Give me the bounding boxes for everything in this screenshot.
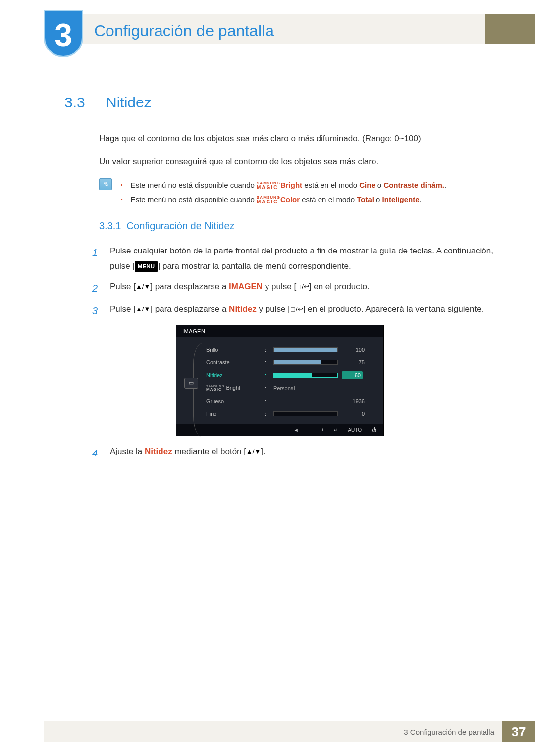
osd-row-label: SAMSUNGMAGIC Bright: [206, 385, 261, 392]
intro-text-1: Haga que el contorno de los objetos sea …: [99, 132, 495, 145]
step-number: 2: [92, 279, 102, 297]
step-number: 3: [92, 302, 102, 320]
osd-row-label: Nitidez: [206, 372, 261, 378]
osd-value: 100: [342, 347, 365, 353]
chapter-badge: 3: [44, 10, 83, 57]
step-number: 4: [92, 444, 102, 462]
osd-row-label: Fino: [206, 411, 261, 417]
select-enter-icon: ◻/↩: [290, 303, 303, 315]
osd-title: IMAGEN: [176, 325, 383, 337]
menu-button-icon: MENU: [135, 261, 158, 273]
osd-row-label: Contraste: [206, 359, 261, 365]
osd-row: Contraste:75: [206, 356, 379, 369]
osd-row: Fino:0: [206, 407, 379, 420]
up-down-arrows-icon: ▲/▼: [246, 446, 261, 457]
step-item: 2 Pulse [▲/▼] para desplazarse a IMAGEN …: [92, 279, 495, 297]
osd-value: 60: [342, 371, 363, 379]
osd-colon: :: [265, 385, 269, 391]
up-down-arrows-icon: ▲/▼: [136, 281, 150, 292]
osd-colon: :: [265, 347, 269, 353]
step-list-cont: 4 Ajuste la Nitidez mediante el botón [▲…: [92, 444, 495, 462]
note-icon: ✎: [99, 178, 112, 190]
step-number: 1: [92, 244, 102, 274]
osd-power-icon: ⏻: [372, 427, 376, 433]
section-heading: 3.3 Nitidez: [64, 94, 495, 111]
page-content: 3.3 Nitidez Haga que el contorno de los …: [64, 94, 495, 467]
osd-colon: :: [265, 411, 269, 417]
osd-picture-tab-icon: ▭: [184, 378, 198, 389]
note-box: ✎ Este menú no está disponible cuando SA…: [99, 178, 495, 206]
osd-side-tabs: ▭: [180, 343, 202, 420]
osd-value: Personal: [273, 385, 361, 391]
note-list: Este menú no está disponible cuando SAMS…: [121, 178, 446, 206]
osd-slider-bar: [273, 360, 338, 365]
osd-row-label: Grueso: [206, 398, 261, 404]
osd-colon: :: [265, 398, 269, 404]
note-item: Este menú no está disponible cuando SAMS…: [121, 178, 446, 193]
osd-back-icon: ◄: [294, 427, 299, 433]
select-enter-icon: ◻/↩: [296, 281, 309, 292]
page-number: 37: [502, 721, 535, 742]
osd-slider-bar: [273, 411, 338, 416]
osd-row: Nitidez:60: [206, 369, 379, 382]
step-item: 3 Pulse [▲/▼] para desplazarse a Nitidez…: [92, 302, 495, 320]
osd-value: 1936: [342, 398, 365, 404]
osd-colon: :: [265, 359, 269, 365]
note-item: Este menú no está disponible cuando SAMS…: [121, 193, 446, 207]
osd-value: 0: [342, 411, 365, 417]
step-list: 1 Pulse cualquier botón de la parte fron…: [92, 244, 495, 319]
osd-value: 75: [342, 359, 365, 365]
osd-row: Grueso:1936: [206, 395, 379, 407]
osd-row-label: Brillo: [206, 347, 261, 353]
osd-row: Brillo:100: [206, 343, 379, 356]
page-footer: 3 Configuración de pantalla 37: [44, 721, 535, 742]
osd-slider-bar: [273, 347, 338, 352]
section-title: Nitidez: [106, 94, 152, 111]
intro-text-2: Un valor superior conseguirá que el cont…: [99, 155, 495, 168]
osd-enter-icon: ↵: [334, 427, 338, 433]
samsung-magic-logo: SAMSUNGMAGIC: [257, 196, 280, 204]
osd-footer: ◄ − + ↵ AUTO ⏻: [176, 424, 383, 436]
osd-slider-bar: [273, 373, 338, 378]
step-item: 1 Pulse cualquier botón de la parte fron…: [92, 244, 495, 274]
subsection-heading: 3.3.1 Configuración de Nitidez: [99, 220, 495, 232]
up-down-arrows-icon: ▲/▼: [136, 303, 150, 315]
osd-row: SAMSUNGMAGIC Bright:Personal: [206, 382, 379, 395]
header-accent: [485, 14, 535, 44]
chapter-title: Configuración de pantalla: [94, 22, 274, 40]
step-item: 4 Ajuste la Nitidez mediante el botón [▲…: [92, 444, 495, 462]
footer-chapter-ref: 3 Configuración de pantalla: [404, 728, 494, 736]
samsung-magic-logo: SAMSUNGMAGIC: [257, 181, 280, 190]
osd-auto-label: AUTO: [348, 427, 362, 433]
section-number: 3.3: [64, 94, 92, 111]
osd-plus-icon: +: [321, 427, 324, 433]
osd-minus-icon: −: [309, 427, 312, 433]
osd-colon: :: [265, 372, 269, 378]
osd-item-list: Brillo:100Contraste:75Nitidez:60SAMSUNGM…: [202, 343, 379, 420]
osd-menu-screenshot: IMAGEN ▭ Brillo:100Contraste:75Nitidez:6…: [176, 325, 384, 436]
